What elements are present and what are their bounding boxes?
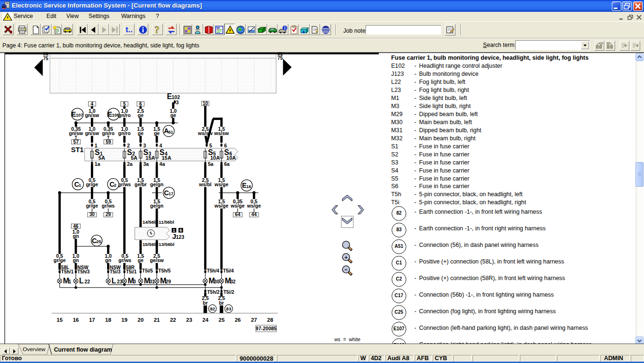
svg-text:15A: 15A [145,155,155,161]
svg-text:23: 23 [117,279,123,284]
svg-text:30: 30 [214,279,220,284]
svg-text:t..: t.. [126,25,133,34]
svg-text:82: 82 [210,306,215,311]
svg-text:21: 21 [154,317,160,323]
svg-text:16: 16 [73,317,79,323]
svg-text:31: 31 [149,279,155,284]
svg-text:107: 107 [76,113,83,118]
svg-text:10A: 10A [226,155,236,161]
svg-text:L: L [112,277,116,285]
svg-text:ge: ge [154,130,160,136]
svg-text:ge: ge [170,112,176,118]
svg-text:102: 102 [172,94,180,100]
svg-text:5: 5 [209,143,212,148]
svg-text:30: 30 [89,212,95,217]
svg-text:5A: 5A [131,155,137,161]
svg-text:1: 1 [68,279,71,284]
svg-text:29: 29 [106,212,111,217]
svg-text:75: 75 [43,56,49,61]
svg-text:gr/ws: gr/ws [118,257,132,263]
svg-text:gn/ro: gn/ro [118,112,131,118]
svg-text:22: 22 [85,279,90,284]
svg-text:gn/sw: gn/sw [85,112,99,118]
svg-text:ws/ge: ws/ge [247,203,261,209]
svg-text:+: + [344,254,348,260]
svg-text:ws/ge: ws/ge [214,182,228,187]
svg-text:75: 75 [277,55,283,61]
svg-text:gn/ro: gn/ro [118,130,131,136]
svg-text:ws/ge: ws/ge [214,203,228,209]
svg-text:5: 5 [123,101,126,107]
svg-text:T5i/4: T5i/4 [223,268,234,273]
svg-text:T5i/3: T5i/3 [110,269,121,274]
svg-text:br: br [219,300,224,306]
svg-text:Current flow diagram: Current flow diagram [54,346,112,353]
svg-text:5A: 5A [98,155,105,161]
svg-text:10: 10 [203,101,208,106]
svg-text:57: 57 [73,139,79,145]
svg-text:gn: gn [73,257,79,263]
svg-text:L: L [79,277,84,285]
svg-text:32: 32 [230,279,236,284]
svg-text:64: 64 [235,212,241,217]
svg-text:6a: 6a [224,161,230,167]
svg-text:1: 1 [95,143,98,148]
svg-text:11/56bl: 11/56bl [159,219,174,225]
svg-text:ws/bl: ws/bl [198,182,211,187]
svg-text:22: 22 [170,317,176,323]
svg-text:ws/ge: ws/ge [230,203,244,209]
svg-text:T5h/5: T5h/5 [158,268,171,273]
svg-text:2a: 2a [127,161,133,167]
svg-text:83: 83 [226,306,232,311]
svg-text:27: 27 [251,317,257,323]
svg-text:28: 28 [267,317,273,323]
svg-text:br: br [203,300,208,306]
svg-text:3: 3 [143,143,146,148]
svg-text:18: 18 [105,317,111,323]
svg-text:3a: 3a [143,161,149,167]
svg-text:25: 25 [219,317,225,323]
svg-text:108: 108 [112,113,119,118]
svg-text:123: 123 [176,234,185,240]
svg-text:15: 15 [57,317,63,323]
svg-text:ge: ge [138,130,143,136]
svg-text:6: 6 [224,143,227,148]
svg-text:ws/sw: ws/sw [214,130,229,136]
svg-text:gn/sw: gn/sw [69,130,84,136]
svg-text:16: 16 [246,184,251,189]
svg-text:10A: 10A [210,155,220,161]
svg-text:17: 17 [89,317,95,323]
svg-text:gr/ws: gr/ws [102,203,115,209]
svg-text:2: 2 [127,143,130,148]
svg-text:T5h/3: T5h/3 [77,269,90,274]
svg-text:ge/gn: ge/gn [150,182,163,187]
svg-text:gn/sw: gn/sw [85,130,99,136]
svg-text:2: 2 [114,183,116,188]
svg-text:T5i/2: T5i/2 [224,290,234,295]
svg-text:T5h/4: T5h/4 [207,268,220,273]
svg-text:?: ? [155,25,160,35]
svg-text:Overview: Overview [23,346,46,352]
svg-text:T5h/2: T5h/2 [207,290,220,295]
svg-text:T5i/1: T5i/1 [126,269,137,274]
svg-text:25: 25 [96,239,101,244]
svg-text:ge: ge [138,257,143,263]
svg-text:6: 6 [179,228,182,233]
svg-text:59: 59 [106,139,111,145]
svg-text:ge/sw: ge/sw [150,257,164,263]
svg-text:T5h/1: T5h/1 [61,269,74,274]
svg-text:44: 44 [251,212,257,217]
svg-text:gr/ge: gr/ge [54,257,66,263]
svg-text:gr/ws: gr/ws [118,182,131,187]
svg-text:ge/br: ge/br [134,182,147,187]
svg-text:−: − [344,267,348,272]
svg-text:T5i/5: T5i/5 [142,268,153,273]
svg-text:3: 3 [176,100,179,105]
svg-text:ge: ge [138,112,143,118]
svg-text:3: 3 [133,279,136,284]
svg-text:23: 23 [186,317,192,323]
svg-text:51: 51 [169,130,173,135]
svg-text:15A: 15A [162,155,171,161]
svg-text:24: 24 [202,317,208,323]
svg-text:29: 29 [166,279,171,284]
